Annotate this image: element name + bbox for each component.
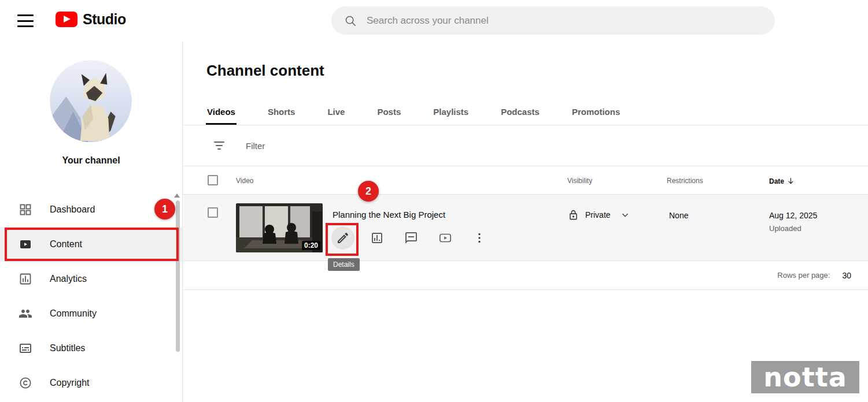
table-header: Video Visibility Restrictions Date — [183, 166, 868, 195]
comment-icon — [404, 231, 418, 245]
youtube-studio-app: Studio — [0, 0, 868, 402]
logo-text: Studio — [83, 11, 126, 28]
annotation-step-2-badge: 2 — [358, 181, 379, 202]
annotation-step-1-badge: 1 — [154, 199, 175, 219]
search-input[interactable] — [367, 15, 762, 27]
sidebar-item-label: Dashboard — [50, 204, 95, 215]
youtube-play-icon — [438, 231, 452, 245]
details-tooltip: Details — [328, 258, 360, 271]
avatar-cat-image — [50, 60, 132, 142]
chevron-down-icon — [619, 209, 631, 221]
filter-icon — [212, 139, 226, 152]
copyright-icon — [18, 376, 32, 390]
content-tabs: Videos Shorts Live Posts Playlists Podca… — [183, 98, 868, 125]
content-icon — [18, 237, 32, 252]
tab-live[interactable]: Live — [327, 98, 345, 125]
sidebar-item-label: Community — [50, 308, 97, 319]
edit-details-button[interactable] — [331, 226, 354, 250]
analytics-icon — [18, 272, 32, 286]
column-header-restrictions: Restrictions — [667, 177, 703, 185]
video-title[interactable]: Planning the Next Big Project — [333, 210, 445, 219]
sidebar: Your channel Dashboard Co — [0, 42, 183, 402]
sidebar-scrollbar[interactable] — [176, 200, 180, 352]
tab-podcasts[interactable]: Podcasts — [501, 98, 540, 125]
column-header-video: Video — [236, 177, 253, 185]
hamburger-menu-icon[interactable] — [17, 13, 34, 28]
sidebar-item-community[interactable]: Community — [0, 296, 182, 331]
analytics-button[interactable] — [365, 226, 389, 250]
restrictions-value: None — [669, 211, 688, 220]
sidebar-item-label: Copyright — [50, 378, 89, 388]
topbar: Studio — [0, 0, 868, 42]
select-all-checkbox[interactable] — [208, 175, 218, 185]
column-header-date[interactable]: Date — [769, 177, 795, 185]
sidebar-item-subtitles[interactable]: Subtitles — [0, 331, 182, 366]
tab-playlists[interactable]: Playlists — [433, 98, 468, 125]
rows-per-page-label: Rows per page: — [777, 271, 830, 280]
community-icon — [18, 307, 32, 321]
page-title: Channel content — [206, 62, 324, 80]
youtube-play-logo-icon — [56, 12, 77, 27]
visibility-dropdown[interactable]: Private — [568, 209, 631, 221]
vertical-ellipsis-icon — [472, 231, 486, 245]
search-icon — [344, 14, 357, 27]
filter-bar[interactable]: Filter — [183, 125, 868, 166]
table-footer: Rows per page: 30 — [183, 261, 868, 290]
column-header-visibility: Visibility — [567, 177, 592, 185]
youtube-studio-logo[interactable]: Studio — [56, 11, 126, 28]
lock-icon — [568, 210, 579, 221]
channel-avatar[interactable] — [50, 60, 132, 142]
bar-chart-icon — [370, 231, 384, 245]
tab-shorts[interactable]: Shorts — [268, 98, 296, 125]
tab-promotions[interactable]: Promotions — [572, 98, 620, 125]
sidebar-menu: Dashboard Content Analyt — [0, 192, 182, 400]
date-cell: Aug 12, 2025 Uploaded — [769, 211, 817, 233]
subtitles-icon — [18, 341, 32, 356]
filter-label: Filter — [246, 141, 265, 151]
tab-posts[interactable]: Posts — [377, 98, 401, 125]
video-duration-badge: 0:20 — [302, 241, 320, 250]
notta-watermark: notta — [751, 361, 859, 393]
date-note: Uploaded — [769, 224, 817, 233]
sidebar-item-label: Analytics — [50, 274, 87, 284]
row-action-buttons — [331, 226, 502, 250]
sort-descending-arrow-icon — [786, 177, 795, 185]
date-value: Aug 12, 2025 — [769, 211, 817, 220]
sidebar-item-label: Subtitles — [50, 343, 85, 353]
view-on-youtube-button[interactable] — [434, 226, 457, 250]
sidebar-item-content[interactable]: Content — [0, 227, 182, 262]
video-thumbnail[interactable]: 0:20 — [236, 203, 323, 252]
sidebar-item-label: Content — [50, 239, 82, 250]
row-checkbox[interactable] — [208, 207, 218, 218]
rows-per-page-value[interactable]: 30 — [842, 271, 851, 280]
channel-search-bar[interactable] — [331, 6, 775, 35]
video-row[interactable]: 0:20 Planning the Next Big Project — [183, 195, 868, 261]
main-content: Channel content Videos Shorts Live Posts… — [183, 42, 868, 402]
your-channel-label: Your channel — [0, 155, 182, 166]
more-options-button[interactable] — [468, 226, 491, 250]
pencil-icon — [336, 231, 350, 245]
comments-button[interactable] — [400, 226, 423, 250]
scrollbar-up-arrow[interactable] — [174, 193, 180, 198]
tab-videos[interactable]: Videos — [207, 98, 235, 125]
sidebar-item-copyright[interactable]: Copyright — [0, 366, 182, 400]
sidebar-item-analytics[interactable]: Analytics — [0, 262, 182, 296]
dashboard-icon — [18, 203, 32, 217]
visibility-value: Private — [585, 210, 611, 219]
